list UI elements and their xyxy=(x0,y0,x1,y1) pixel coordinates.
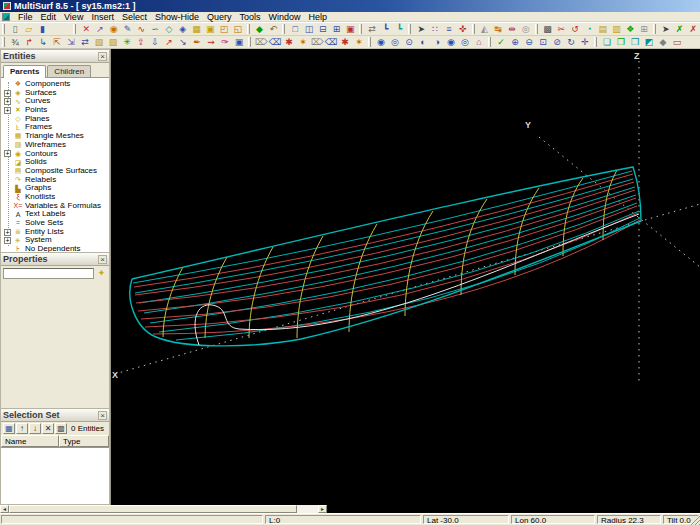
menu-insert[interactable]: Insert xyxy=(87,12,118,22)
key-icon[interactable]: ✦ xyxy=(96,268,107,279)
expand-icon[interactable]: + xyxy=(4,237,11,244)
scrollbar-thumb[interactable] xyxy=(9,505,297,513)
visibility-button[interactable]: ✶ xyxy=(296,36,310,48)
move-up-button[interactable]: ↑ xyxy=(16,423,28,434)
menu-file[interactable]: File xyxy=(14,12,37,22)
swap-views-button[interactable]: ⇄ xyxy=(365,23,379,35)
point-tool-button[interactable]: ✕ xyxy=(79,23,93,35)
view-bow-button[interactable]: ◎ xyxy=(458,36,472,48)
view-side-button[interactable]: ⊙ xyxy=(402,36,416,48)
hide-button[interactable]: ⌦ xyxy=(254,36,268,48)
remove-selection-button[interactable]: ✕ xyxy=(42,423,54,434)
view-plan-button[interactable]: ◐ xyxy=(416,36,430,48)
tab-parents[interactable]: Parents xyxy=(3,65,46,78)
fit-all-button[interactable]: ❐ xyxy=(614,36,628,48)
raise-button[interactable]: ↗ xyxy=(162,36,176,48)
zoom-previous-button[interactable]: ⊘ xyxy=(550,36,564,48)
window-quad-button[interactable]: ⊞ xyxy=(330,23,344,35)
surface-tool-2-button[interactable]: ◈ xyxy=(176,23,190,35)
window-active-button[interactable]: ▣ xyxy=(343,23,357,35)
expand-icon[interactable]: + xyxy=(4,229,11,236)
expand-icon[interactable]: + xyxy=(4,90,11,97)
menu-select[interactable]: Select xyxy=(118,12,151,22)
solid-tool-2-button[interactable]: ◱ xyxy=(231,23,245,35)
demote-button[interactable]: ⇩ xyxy=(148,36,162,48)
tree-item-no-dependents[interactable]: +⊦No Dependents xyxy=(4,245,109,252)
hatch-tool-button[interactable]: ▤ xyxy=(596,23,610,35)
menu-view[interactable]: View xyxy=(60,12,87,22)
view-perspective-button[interactable]: ◉ xyxy=(374,36,388,48)
fill-tool-2-button[interactable]: ▨ xyxy=(106,36,120,48)
expand-icon[interactable]: + xyxy=(4,150,11,157)
properties-name-field[interactable] xyxy=(3,268,94,279)
edit-accept-button[interactable]: ✓ xyxy=(494,36,508,48)
window-split-h-button[interactable]: ⊟ xyxy=(316,23,330,35)
tree-item-contours[interactable]: +◉Contours xyxy=(4,150,109,159)
fill-tool-button[interactable]: ▧ xyxy=(92,36,106,48)
align-tool-button[interactable]: ❖ xyxy=(623,23,637,35)
relabel-tool-button[interactable]: ↶ xyxy=(266,23,280,35)
mirror-tool-button[interactable]: ◭ xyxy=(478,23,492,35)
close-properties-button[interactable]: × xyxy=(98,255,107,264)
menu-query[interactable]: Query xyxy=(203,12,236,22)
close-selection-set-button[interactable]: × xyxy=(98,411,107,420)
frame-tool-button[interactable]: ◆ xyxy=(253,23,267,35)
document-icon[interactable] xyxy=(2,13,10,21)
open-file-button[interactable]: ▱ xyxy=(22,23,36,35)
patch-tool-button[interactable]: ▣ xyxy=(203,23,217,35)
view-stern-button[interactable]: ◉ xyxy=(444,36,458,48)
window-single-button[interactable]: □ xyxy=(288,23,302,35)
curve-tool-button[interactable]: ∿ xyxy=(134,23,148,35)
snap-tool-button[interactable]: ◎ xyxy=(519,23,533,35)
menu-edit[interactable]: Edit xyxy=(37,12,61,22)
view-home-button[interactable]: ⌂ xyxy=(472,36,486,48)
insert-above-button[interactable]: ↱ xyxy=(22,36,36,48)
shade-toggle-button[interactable]: ▩ xyxy=(541,23,555,35)
tree-item-graphs[interactable]: +▙Graphs xyxy=(4,184,109,193)
exchange-button[interactable]: ⇄ xyxy=(78,36,92,48)
reject-button[interactable]: ✗ xyxy=(686,23,700,35)
accept-button[interactable]: ✗ xyxy=(673,23,687,35)
column-header-type[interactable]: Type xyxy=(59,435,109,447)
duplicate-button[interactable]: ▣ xyxy=(232,36,246,48)
scrollbar-track[interactable] xyxy=(297,505,318,513)
zoom-out-button[interactable]: ⊖ xyxy=(522,36,536,48)
array-tool-button[interactable]: ⊞ xyxy=(637,23,651,35)
viewport-3d[interactable]: Z Y X xyxy=(112,49,700,513)
magnet-tool-button[interactable]: ✎ xyxy=(121,23,135,35)
path-tool-button[interactable]: ⇝ xyxy=(204,36,218,48)
menu-tools[interactable]: Tools xyxy=(235,12,264,22)
select-fence-button[interactable]: ∷ xyxy=(428,23,442,35)
tree-item-composite-surfaces[interactable]: +▤Composite Surfaces xyxy=(4,167,109,176)
pan-view-button[interactable]: ✛ xyxy=(578,36,592,48)
insert-below-button[interactable]: ↳ xyxy=(36,36,50,48)
arc-tool-button[interactable]: ◔ xyxy=(582,23,596,35)
note-tool-button[interactable]: ✑ xyxy=(218,36,232,48)
measure-tool-button[interactable]: ⇹ xyxy=(505,23,519,35)
fit-selected-button[interactable]: ❒ xyxy=(628,36,642,48)
snapshot-button[interactable]: ▭ xyxy=(670,36,684,48)
ring-tool-button[interactable]: ◉ xyxy=(107,23,121,35)
fit-window-button[interactable]: ◩ xyxy=(642,36,656,48)
drag-points-button[interactable]: ✜ xyxy=(456,23,470,35)
fit-view-button[interactable]: ❏ xyxy=(600,36,614,48)
view-front-button[interactable]: ◎ xyxy=(388,36,402,48)
scroll-right-icon[interactable]: ▸ xyxy=(318,505,327,513)
bead-tool-button[interactable]: ↗ xyxy=(93,23,107,35)
show-button[interactable]: ⌫ xyxy=(268,36,282,48)
view-body-button[interactable]: ◑ xyxy=(430,36,444,48)
menu-window[interactable]: Window xyxy=(264,12,304,22)
tab-children[interactable]: Children xyxy=(47,65,91,77)
tree-item-relabels[interactable]: +↷Relabels xyxy=(4,176,109,185)
rotate-view-button[interactable]: ↻ xyxy=(564,36,578,48)
annotate-button[interactable]: ✒ xyxy=(190,36,204,48)
tree-item-curves[interactable]: +∿Curves xyxy=(4,97,109,106)
hide-selected-button[interactable]: ⌦ xyxy=(310,36,324,48)
surface-tool-button[interactable]: ◇ xyxy=(162,23,176,35)
lower-button[interactable]: ↘ xyxy=(176,36,190,48)
rotate-entity-button[interactable]: ↺ xyxy=(568,23,582,35)
show-all-2-button[interactable]: ✱ xyxy=(338,36,352,48)
promote-button[interactable]: ⇪ xyxy=(134,36,148,48)
show-all-button[interactable]: ✱ xyxy=(282,36,296,48)
send-back-button[interactable]: ⇱ xyxy=(50,36,64,48)
